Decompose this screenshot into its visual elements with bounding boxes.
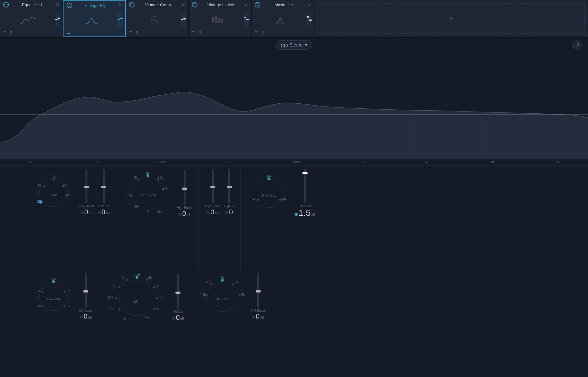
svg-rect-2: [215, 16, 217, 23]
svg-point-40: [147, 210, 149, 212]
svg-text:30: 30: [37, 184, 41, 188]
low-boost-fader-handle[interactable]: [84, 186, 89, 188]
svg-point-76: [153, 286, 155, 288]
stereo-icon: [281, 43, 287, 47]
svg-text:1.5k: 1.5k: [200, 293, 206, 297]
plugin-name-vintage-comp: Vintage Comp: [135, 3, 181, 7]
svg-point-78: [153, 308, 155, 310]
svg-text:5k: 5k: [241, 293, 245, 297]
mid-dial-svg[interactable]: 1k 1.5k 2k 3k 4k 5k 7k 700 500 300 200 M…: [105, 273, 168, 323]
plugin-slot-vintage-limiter[interactable]: ⓘ Vintage Limiter ✕ ☰ ⠿: [189, 0, 252, 37]
svg-text:200: 200: [122, 317, 128, 321]
svg-point-53: [279, 199, 281, 201]
stereo-selector[interactable]: Stereo ▾: [275, 40, 313, 50]
svg-point-51: [257, 199, 259, 201]
plugin-close-maximizer[interactable]: ✕: [307, 2, 311, 7]
high-boost2-fader-handle[interactable]: [210, 186, 215, 188]
high-q-reset[interactable]: [225, 211, 228, 214]
high-boost-label: High Boost: [177, 206, 192, 210]
plugin-close-vintage-comp[interactable]: ✕: [181, 2, 185, 7]
svg-text:300: 300: [36, 289, 41, 293]
plugin-slot-vintage-comp[interactable]: ⓘ Vintage Comp ✕ ☰ ⠿: [126, 0, 189, 37]
svg-text:7k: 7k: [148, 316, 152, 319]
high-cut-fader-handle[interactable]: [302, 172, 308, 174]
plugin-faders-vintage-comp: [181, 14, 185, 26]
svg-text:5k: 5k: [156, 307, 160, 311]
plugin-slot-maximizer[interactable]: ⓘ Maximizer ✕ ☰ ⠿: [252, 0, 314, 37]
svg-rect-3: [218, 18, 220, 23]
hm-boost-unit: dB: [260, 316, 264, 319]
high-cut-reset[interactable]: [295, 213, 298, 216]
svg-text:1k: 1k: [67, 304, 71, 308]
low-boost-reset[interactable]: [80, 211, 84, 214]
plugin-preset-icon-vintage-comp: ☰: [129, 31, 132, 35]
svg-point-63: [42, 305, 43, 307]
high-boost-reset[interactable]: [178, 213, 181, 216]
reset-button[interactable]: ↺: [572, 40, 582, 50]
plugin-slot-vintage-eq[interactable]: ⓘ Vintage EQ ✕ ☰ ⠿: [63, 0, 126, 37]
svg-point-101: [206, 294, 208, 296]
svg-point-80: [119, 286, 120, 288]
plugin-close-eq1[interactable]: ✕: [56, 2, 59, 7]
freq-label-300: 300: [159, 160, 165, 164]
plugin-icon-vintage-comp: [129, 14, 180, 26]
svg-text:16k: 16k: [157, 210, 163, 213]
high-boost2-reset[interactable]: [207, 211, 210, 214]
svg-point-59: [39, 282, 68, 311]
low-mid-dial-svg[interactable]: 300 500 700 200 1k Low-Mid: [31, 275, 75, 319]
low-cut-reset[interactable]: [98, 211, 101, 214]
plugin-power-eq1[interactable]: ⓘ: [3, 2, 9, 8]
plugin-icon-vintage-limiter: [192, 14, 242, 26]
add-plugin-slot[interactable]: +: [318, 3, 585, 34]
plugin-power-vintage-eq[interactable]: ⓘ: [67, 3, 72, 8]
plugin-power-vintage-comp[interactable]: ⓘ: [129, 2, 135, 8]
svg-point-75: [146, 279, 148, 281]
svg-text:5k: 5k: [252, 198, 256, 201]
svg-text:Low: Low: [50, 193, 57, 197]
controls-top-row: 30 45 60 100 20 Low: [6, 169, 582, 270]
svg-text:300: 300: [109, 307, 114, 311]
plugin-power-vintage-limiter[interactable]: ⓘ: [192, 2, 197, 8]
high-cut-dial-svg[interactable]: 5k 10k 20k High Cut: [247, 172, 291, 216]
lm-boost-fader-handle[interactable]: [83, 290, 88, 292]
hm-boost-label: HM Boost: [251, 309, 265, 312]
svg-rect-4: [221, 19, 223, 23]
mid-cut-value: 0: [176, 314, 180, 322]
mid-cut-reset[interactable]: [172, 317, 175, 320]
high-mid-dial-svg[interactable]: 2k 3k 4k 5k 1.5k High-Mid: [197, 275, 247, 319]
freq-label-100: 100: [93, 160, 98, 164]
svg-text:8k: 8k: [146, 172, 150, 175]
high-boost-value: 0: [182, 210, 186, 218]
plugin-faders-maximizer: [307, 14, 311, 26]
plugin-preset-icon-vintage-limiter: ☰: [192, 31, 195, 35]
low-cut-fader-handle[interactable]: [101, 186, 106, 188]
high-q-fader-handle[interactable]: [227, 186, 232, 188]
svg-point-62: [64, 291, 65, 293]
plugin-slot-eq1[interactable]: ⓘ Equalizer 1 ✕ ☰ ⠿: [0, 0, 63, 37]
svg-rect-1: [212, 17, 214, 23]
plugin-icon-vintage-eq: [67, 14, 116, 26]
high-q-value: 0: [229, 208, 233, 216]
hm-boost-reset[interactable]: [252, 315, 255, 319]
low-dial-svg[interactable]: 30 45 60 100 20 Low: [31, 171, 75, 215]
svg-point-82: [119, 308, 120, 310]
svg-text:12k: 12k: [163, 187, 168, 191]
freq-label-6k: 6k: [425, 160, 429, 164]
lm-boost-reset[interactable]: [80, 315, 83, 319]
mid-cut-fader-handle[interactable]: [175, 292, 180, 294]
svg-text:500: 500: [108, 296, 114, 299]
freq-label-1000: 1000: [292, 160, 300, 164]
plugin-close-vintage-eq[interactable]: ✕: [118, 3, 122, 8]
hm-boost-fader-handle[interactable]: [256, 290, 261, 292]
high-boost-dial-svg[interactable]: 5k 8k 10k 12k 4k 3k 16k High Boost: [123, 169, 173, 219]
plugin-close-vintage-limiter[interactable]: ✕: [244, 2, 248, 7]
high-boost-fader-handle[interactable]: [182, 188, 187, 190]
eq-main-area: Stereo ▾ ↺: [0, 38, 588, 377]
svg-point-97: [210, 283, 212, 285]
plugin-faders-vintage-limiter: [244, 14, 248, 26]
svg-text:3k: 3k: [220, 276, 224, 280]
svg-text:700: 700: [111, 285, 117, 288]
svg-text:4k: 4k: [134, 205, 138, 208]
plugin-power-maximizer[interactable]: ⓘ: [255, 2, 260, 8]
plugin-name-eq1: Equalizer 1: [9, 3, 56, 7]
